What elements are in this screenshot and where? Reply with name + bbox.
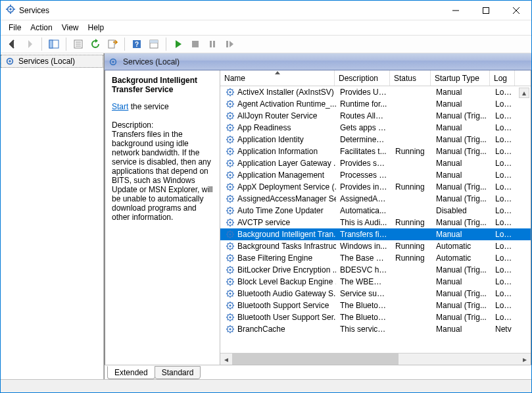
service-row[interactable]: Application ManagementProcesses in...Man… xyxy=(220,169,531,181)
svg-line-78 xyxy=(228,142,228,142)
service-row[interactable]: Bluetooth Audio Gateway S...Service sup.… xyxy=(220,288,531,300)
svg-line-206 xyxy=(228,291,228,292)
help-topics-button[interactable] xyxy=(146,37,162,51)
service-row[interactable]: Application IdentityDetermines ...Manual… xyxy=(220,134,531,145)
cell-name: Background Tasks Infrastruc... xyxy=(222,242,336,251)
svg-line-49 xyxy=(232,101,233,102)
cell-logon: Loca xyxy=(491,265,516,275)
cell-logon: Loca xyxy=(491,289,516,298)
service-row[interactable]: ActiveX Installer (AxInstSV)Provides Us.… xyxy=(220,86,531,98)
svg-line-146 xyxy=(228,220,228,221)
tree-node-services-local[interactable]: Services (Local) xyxy=(1,55,103,68)
svg-rect-16 xyxy=(109,40,114,48)
service-row[interactable]: Background Intelligent Tran...Transfers … xyxy=(220,228,531,240)
back-button[interactable] xyxy=(5,37,20,51)
svg-point-211 xyxy=(229,304,231,306)
main-pane: Services (Local) Background Intelligent … xyxy=(104,53,531,379)
svg-point-41 xyxy=(229,103,231,105)
minimize-button[interactable] xyxy=(441,1,471,20)
service-row[interactable]: Bluetooth User Support Ser...The Bluetoo… xyxy=(220,311,531,323)
service-row[interactable]: AssignedAccessManager Se...AssignedAc...… xyxy=(220,193,531,205)
service-row[interactable]: AllJoyn Router ServiceRoutes AllJo...Man… xyxy=(220,110,531,122)
service-row[interactable]: AVCTP serviceThis is Audi...RunningManua… xyxy=(220,217,531,228)
svg-line-159 xyxy=(232,232,233,232)
cell-name: Auto Time Zone Updater xyxy=(222,206,336,215)
svg-line-218 xyxy=(228,307,228,308)
col-description[interactable]: Description xyxy=(335,70,390,86)
menu-help[interactable]: Help xyxy=(88,23,105,32)
service-row[interactable]: AppX Deployment Service (...Provides inf… xyxy=(220,181,531,193)
svg-line-67 xyxy=(232,130,233,130)
maximize-button[interactable] xyxy=(471,1,501,20)
scroll-right-button[interactable]: ▸ xyxy=(519,354,531,365)
col-logon[interactable]: Log xyxy=(490,70,515,86)
service-row[interactable]: Bluetooth Support ServiceThe Bluetoo...M… xyxy=(220,300,531,311)
tab-extended[interactable]: Extended xyxy=(107,366,155,379)
properties-button[interactable] xyxy=(70,37,86,51)
stop-service-button[interactable] xyxy=(187,37,203,51)
cell-startup: Manual (Trig... xyxy=(432,313,491,322)
service-row[interactable]: Block Level Backup Engine ...The WBENG..… xyxy=(220,276,531,288)
svg-line-69 xyxy=(232,125,233,126)
horizontal-scrollbar[interactable]: ◂ ▸ xyxy=(220,353,531,365)
menu-view[interactable]: View xyxy=(62,23,79,32)
forward-button[interactable] xyxy=(22,37,37,51)
service-row[interactable]: Application InformationFacilitates t...R… xyxy=(220,145,531,157)
cell-logon: Loca xyxy=(491,194,516,203)
cell-description: The Bluetoo... xyxy=(336,313,391,322)
cell-name: Application Identity xyxy=(222,135,336,144)
cell-logon: Loca xyxy=(491,170,516,180)
help-button[interactable]: ? xyxy=(129,37,145,51)
show-hide-tree-button[interactable] xyxy=(46,37,62,51)
scroll-thumb[interactable] xyxy=(232,354,399,365)
restart-service-button[interactable] xyxy=(222,37,237,51)
cell-logon: Loca xyxy=(491,277,516,286)
titlebar: Services xyxy=(1,1,531,20)
service-row[interactable]: BranchCacheThis service ...ManualNetv xyxy=(220,323,531,335)
service-row[interactable]: App ReadinessGets apps re...ManualLoca xyxy=(220,122,531,134)
col-status[interactable]: Status xyxy=(390,70,431,86)
tab-standard[interactable]: Standard xyxy=(155,366,201,379)
export-button[interactable] xyxy=(105,37,120,51)
refresh-button[interactable] xyxy=(87,37,103,51)
service-row[interactable]: Auto Time Zone UpdaterAutomatica...Disab… xyxy=(220,205,531,217)
scroll-left-button[interactable]: ◂ xyxy=(220,354,232,365)
svg-rect-11 xyxy=(49,40,53,48)
service-row[interactable]: Agent Activation Runtime_...Runtime for.… xyxy=(220,98,531,110)
svg-line-158 xyxy=(228,236,228,237)
cell-logon: Loca xyxy=(491,206,516,215)
start-service-button[interactable] xyxy=(170,37,186,51)
col-startup[interactable]: Startup Type xyxy=(431,70,490,86)
svg-point-91 xyxy=(229,162,231,164)
svg-line-219 xyxy=(232,303,233,303)
scroll-up-button[interactable]: ▴ xyxy=(519,88,529,98)
cell-logon: Loca xyxy=(491,230,516,239)
service-row[interactable]: Base Filtering EngineThe Base Fil...Runn… xyxy=(220,252,531,264)
menu-file[interactable]: File xyxy=(9,23,21,32)
close-button[interactable] xyxy=(501,1,531,20)
service-row[interactable]: BitLocker Drive Encryption ...BDESVC hos… xyxy=(220,264,531,276)
col-name[interactable]: Name xyxy=(220,70,335,86)
cell-description: Transfers fil... xyxy=(336,230,391,239)
pause-service-button[interactable] xyxy=(205,37,220,51)
svg-line-128 xyxy=(228,201,228,201)
svg-line-147 xyxy=(232,224,233,225)
service-row[interactable]: Background Tasks Infrastruc...Windows in… xyxy=(220,240,531,252)
svg-point-51 xyxy=(229,115,231,117)
cell-logon: Loca xyxy=(491,301,516,310)
menu-action[interactable]: Action xyxy=(30,23,52,32)
svg-line-148 xyxy=(228,224,228,225)
cell-logon: Loca xyxy=(491,135,516,144)
cell-logon: Loca xyxy=(491,313,516,322)
cell-logon: Loca xyxy=(491,159,516,168)
svg-line-66 xyxy=(228,125,228,126)
service-row[interactable]: Application Layer Gateway ...Provides su… xyxy=(220,157,531,169)
svg-point-81 xyxy=(229,150,231,152)
menubar: File Action View Help xyxy=(1,20,531,35)
cell-startup: Manual xyxy=(432,123,491,132)
svg-line-108 xyxy=(228,177,228,178)
start-link[interactable]: Start xyxy=(112,102,128,111)
svg-line-198 xyxy=(228,284,228,284)
cell-startup: Manual (Trig... xyxy=(432,111,491,120)
svg-line-166 xyxy=(228,244,228,244)
